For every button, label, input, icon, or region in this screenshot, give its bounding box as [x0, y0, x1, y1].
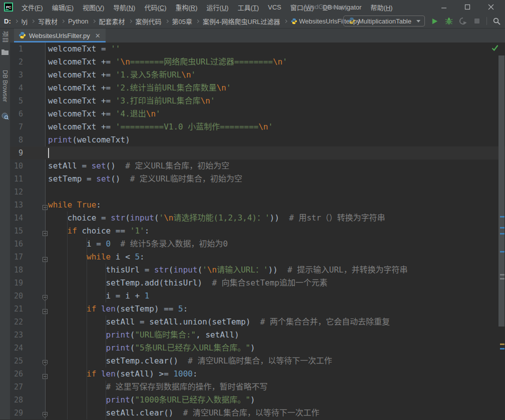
menu-item[interactable]: 帮助(H) [366, 2, 397, 12]
breadcrumb-drive[interactable]: D: [4, 18, 11, 25]
error-stripe-mark[interactable] [500, 216, 504, 218]
error-stripe-mark[interactable] [500, 344, 504, 345]
code-text: print("URL临时集合:", setAll) [48, 328, 239, 342]
code-line[interactable]: 11setTemp = set() # 定义URL临时集合，初始为空 [10, 172, 505, 186]
code-line[interactable]: 15 if choice == '1': [10, 224, 505, 238]
breadcrumb-item[interactable]: 第05章 [172, 16, 192, 26]
inspections-ok-icon[interactable] [491, 44, 498, 53]
debug-button[interactable] [444, 17, 453, 26]
code-text: welcomeTxt += '1.录入5条新URL\n' [48, 68, 196, 82]
code-line[interactable]: 7welcomeTxt += '=========V1.0 小蓝制作======… [10, 120, 505, 134]
tool-window-stripe: 项目 DB Browser [0, 28, 10, 420]
pycharm-logo-icon: PC [4, 2, 13, 12]
line-number: 12 [10, 186, 23, 198]
code-editor[interactable]: 1welcomeTxt = ''2welcomeTxt += '\n======… [10, 42, 505, 420]
run-button[interactable] [430, 17, 439, 26]
code-line[interactable]: 1welcomeTxt = '' [10, 42, 505, 56]
breadcrumb-item[interactable]: 配套素材 [99, 16, 125, 26]
breadcrumb-item[interactable]: Python [68, 18, 88, 25]
line-number: 10 [10, 160, 23, 172]
line-number: 14 [10, 212, 23, 224]
code-line[interactable]: 29 setAll.clear() # 清空URL集合库，以等待下一次工作 [10, 406, 505, 420]
menu-item[interactable]: 导航(N) [109, 2, 140, 12]
code-line[interactable]: 4welcomeTxt += '2.统计当前URL集合库数量\n' [10, 82, 505, 94]
code-line[interactable]: 17 while i < 5: [10, 250, 505, 264]
code-text: thisUrl = str(input('\n请输入URL：')) # 提示输入… [48, 264, 407, 276]
code-line[interactable]: 18 thisUrl = str(input('\n请输入URL：')) # 提… [10, 264, 505, 276]
menu-item[interactable]: 视图(V) [78, 2, 109, 12]
run-with-coverage-button[interactable] [458, 17, 467, 26]
code-line[interactable]: 10setAll = set() # 定义URL集合库，初始为空 [10, 160, 505, 172]
code-line[interactable]: 3welcomeTxt += '1.录入5条新URL\n' [10, 68, 505, 82]
search-everywhere-icon[interactable] [492, 17, 501, 26]
breadcrumb-item[interactable]: 案例代码 [136, 16, 162, 26]
breadcrumb-item[interactable]: 案例4-网络爬虫URL过滤器 [203, 16, 280, 26]
code-line[interactable]: 2welcomeTxt += '\n=======网络爬虫URL过滤器=====… [10, 56, 505, 68]
code-line[interactable]: 5welcomeTxt += '3.打印当前URL集合库\n' [10, 94, 505, 108]
code-line[interactable]: 26 if len(setAll) >= 1000: [10, 368, 505, 380]
code-text: while True: [48, 198, 101, 212]
code-line[interactable]: 20 i = i + 1 [10, 290, 505, 302]
line-number: 9 [10, 146, 23, 160]
code-line[interactable]: 27 # 这里写保存到数据库的操作，暂时省略不写 [10, 380, 505, 394]
breadcrumb-item[interactable]: lyj [22, 18, 28, 25]
error-stripe-mark[interactable] [500, 274, 504, 276]
breadcrumb-chevron-icon [61, 19, 65, 22]
code-text: welcomeTxt += '\n=======网络爬虫URL过滤器======… [48, 56, 287, 68]
menu-item[interactable]: 工具(T) [233, 2, 264, 12]
menu-item[interactable]: VCS [263, 4, 286, 11]
code-line[interactable]: 16 i = 0 # 统计5条录入数据，初始为0 [10, 238, 505, 250]
error-stripe-mark[interactable] [500, 251, 504, 252]
line-number: 5 [10, 94, 23, 108]
menu-item[interactable]: 文件(F) [17, 2, 48, 12]
tab-websitesurlsfilter[interactable]: WebsitesUrlsFilter.py ✕ [14, 28, 106, 42]
breadcrumb-chevron-icon [31, 19, 35, 22]
code-line[interactable]: 21 if len(setTemp) == 5: [10, 302, 505, 316]
code-line[interactable]: 24 print("5条URL已经存入URL集合库。") [10, 342, 505, 354]
code-text: setAll = setAll.union(setTemp) # 两个集合合并，… [48, 316, 390, 328]
code-line[interactable]: 25 setTemp.clear() # 清空URL临时集合，以等待下一次工作 [10, 354, 505, 368]
line-number: 19 [10, 276, 23, 290]
folder-icon [2, 48, 9, 58]
breadcrumb-item[interactable]: 写教材 [38, 16, 58, 26]
code-line[interactable]: 22 setAll = setAll.union(setTemp) # 两个集合… [10, 316, 505, 328]
code-line[interactable]: 28 print("1000条URL已经存入数据库。") [10, 394, 505, 406]
menu-item[interactable]: 运行(U) [202, 2, 233, 12]
code-text: i = 0 # 统计5条录入数据，初始为0 [48, 238, 228, 250]
code-line[interactable]: 12 [10, 186, 505, 198]
menu-item[interactable]: 代码(C) [140, 2, 171, 12]
error-stripe-mark[interactable] [500, 348, 504, 350]
error-stripe-mark[interactable] [500, 227, 504, 228]
scrollbar-thumb[interactable] [498, 56, 504, 326]
menu-item[interactable]: 编辑(E) [48, 2, 78, 12]
line-number: 11 [10, 172, 23, 186]
text-caret [48, 148, 49, 158]
breadcrumb-chevron-icon [165, 19, 168, 22]
error-stripe-mark[interactable] [500, 233, 504, 234]
python-file-icon [291, 18, 297, 26]
line-number: 21 [10, 302, 23, 316]
code-text: setAll = set() # 定义URL集合库，初始为空 [48, 160, 229, 172]
tab-close-icon[interactable]: ✕ [95, 32, 101, 39]
maximize-button[interactable] [455, 0, 479, 14]
code-line[interactable]: 9 [10, 146, 505, 160]
code-line[interactable]: 13while True: [10, 198, 505, 212]
db-browser-tool-label: DB Browser [2, 70, 9, 102]
menu-item[interactable]: 重构(R) [171, 2, 202, 12]
code-line[interactable]: 8print(welcomeTxt) [10, 134, 505, 146]
minimize-button[interactable] [432, 0, 455, 14]
code-line[interactable]: 23 print("URL临时集合:", setAll) [10, 328, 505, 342]
error-stripe-mark[interactable] [500, 278, 504, 280]
close-button[interactable] [479, 0, 502, 14]
toolbar-divider [486, 17, 487, 25]
run-configuration-select[interactable]: MultiplicationTable [343, 16, 425, 26]
code-text: setAll.clear() # 清空URL集合库，以等待下一次工作 [48, 406, 319, 420]
fold-range-line [45, 205, 46, 420]
stop-button[interactable] [472, 17, 481, 26]
code-line[interactable]: 19 setTemp.add(thisUrl) # 向集合setTemp追加一个… [10, 276, 505, 290]
breadcrumb-chevron-icon [15, 19, 18, 22]
code-text: setTemp.clear() # 清空URL临时集合，以等待下一次工作 [48, 354, 332, 368]
code-line[interactable]: 6welcomeTxt += '4.退出\n' [10, 108, 505, 120]
chevron-down-icon [416, 20, 420, 22]
code-line[interactable]: 14 choice = str(input('\n请选择功能(1,2,3,4)：… [10, 212, 505, 224]
